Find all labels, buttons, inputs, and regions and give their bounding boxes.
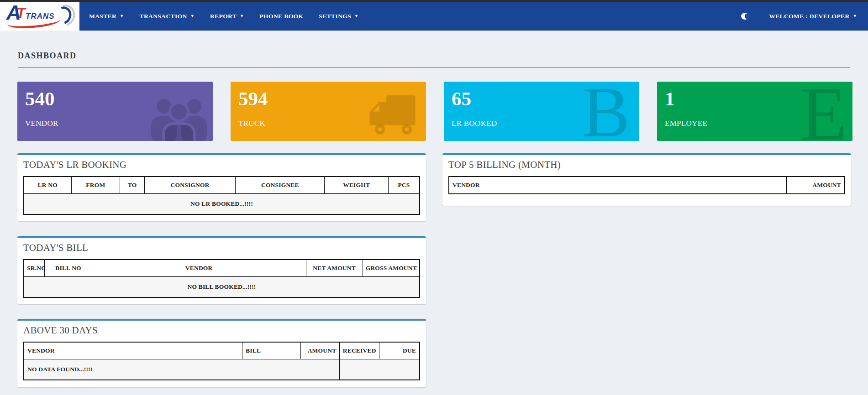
empty-cell bbox=[340, 359, 420, 380]
chevron-down-icon: ▼ bbox=[120, 14, 124, 18]
panel-above-30-days: ABOVE 30 DAYS VENDOR BILL AMOUNT RECEIVE… bbox=[17, 319, 426, 387]
empty-message: NO BILL BOOKED...!!!! bbox=[24, 277, 420, 298]
column-header: RECEIVED bbox=[340, 342, 379, 359]
menu-item-label: PHONE BOOK bbox=[259, 13, 303, 20]
stat-label: VENDOR bbox=[25, 119, 58, 128]
stat-value: 540 bbox=[25, 89, 55, 109]
above-30-days-table: VENDOR BILL AMOUNT RECEIVED DUE NO DATA … bbox=[23, 342, 420, 380]
column-header: BILL bbox=[242, 342, 301, 359]
welcome-label: WELCOME : DEVELOPER bbox=[769, 13, 849, 20]
menu-item-settings[interactable]: SETTINGS ▼ bbox=[311, 2, 366, 31]
stat-label: EMPLOYEE bbox=[665, 119, 707, 128]
column-header: PCS bbox=[388, 177, 420, 194]
chevron-down-icon: ▼ bbox=[354, 14, 358, 18]
panel-todays-bill: TODAY'S BILL SR.NO BILL NO VENDOR NET AM… bbox=[17, 236, 426, 304]
stat-card-vendor[interactable]: 540 VENDOR bbox=[17, 82, 213, 141]
stat-label: TRUCK bbox=[238, 119, 265, 128]
panel-todays-lr-booking: TODAY'S LR BOOKING LR NO FROM TO CONSIGN… bbox=[17, 153, 426, 221]
column-header: WEIGHT bbox=[325, 177, 389, 194]
column-header: VENDOR bbox=[24, 342, 242, 359]
navbar: A T TRANS MASTER ▼ TRANSACTION ▼ REPORT … bbox=[0, 2, 868, 31]
title-divider bbox=[18, 68, 850, 68]
letter-b-icon: B bbox=[582, 83, 630, 141]
column-header: CONSIGNOR bbox=[144, 177, 235, 194]
chevron-down-icon: ▼ bbox=[853, 14, 857, 18]
navbar-right: WELCOME : DEVELOPER ▼ bbox=[741, 2, 868, 31]
stat-value: 594 bbox=[238, 89, 268, 109]
todays-bill-table: SR.NO BILL NO VENDOR NET AMOUNT GROSS AM… bbox=[23, 259, 420, 298]
user-menu[interactable]: WELCOME : DEVELOPER ▼ bbox=[769, 13, 857, 20]
menu-item-transaction[interactable]: TRANSACTION ▼ bbox=[132, 2, 202, 31]
menu-item-label: REPORT bbox=[210, 13, 237, 20]
column-header: VENDOR bbox=[92, 260, 306, 277]
panel-title: TODAY'S LR BOOKING bbox=[23, 159, 426, 171]
chevron-down-icon: ▼ bbox=[190, 14, 195, 18]
column-header: SR.NO bbox=[24, 260, 45, 277]
brand-logo[interactable]: A T TRANS bbox=[0, 2, 79, 31]
column-header: GROSS AMOUNT bbox=[363, 260, 420, 277]
menu-item-label: TRANSACTION bbox=[139, 13, 187, 20]
empty-message: NO DATA FOUND...!!!! bbox=[24, 359, 340, 380]
table-header-row: VENDOR AMOUNT bbox=[449, 177, 845, 194]
table-header-row: LR NO FROM TO CONSIGNOR CONSIGNEE WEIGHT… bbox=[24, 177, 420, 194]
menu-item-label: MASTER bbox=[89, 13, 116, 20]
letter-e-icon: E bbox=[800, 83, 847, 141]
table-row: NO DATA FOUND...!!!! bbox=[24, 359, 420, 380]
stat-value: 1 bbox=[665, 89, 675, 109]
column-header: FROM bbox=[71, 177, 120, 194]
column-header: DUE bbox=[379, 342, 420, 359]
truck-icon bbox=[366, 94, 420, 138]
menu-item-report[interactable]: REPORT ▼ bbox=[202, 2, 252, 31]
panel-title: TOP 5 BILLING (MONTH) bbox=[448, 159, 851, 171]
stat-card-truck[interactable]: 594 TRUCK bbox=[231, 82, 426, 141]
table-header-row: VENDOR BILL AMOUNT RECEIVED DUE bbox=[24, 342, 420, 359]
menu-item-master[interactable]: MASTER ▼ bbox=[81, 2, 132, 31]
column-header: LR NO bbox=[24, 177, 71, 194]
theme-toggle-moon-icon[interactable] bbox=[741, 13, 749, 20]
column-header: BILL NO bbox=[45, 260, 92, 277]
users-icon bbox=[149, 94, 209, 141]
column-header: NET AMOUNT bbox=[306, 260, 363, 277]
page-title: DASHBOARD bbox=[18, 51, 77, 61]
panel-top-5-billing: TOP 5 BILLING (MONTH) VENDOR AMOUNT bbox=[442, 153, 851, 206]
column-header: AMOUNT bbox=[787, 177, 845, 194]
table-header-row: SR.NO BILL NO VENDOR NET AMOUNT GROSS AM… bbox=[24, 260, 420, 277]
table-row: NO LR BOOKED...!!!! bbox=[24, 194, 420, 215]
main-menu: MASTER ▼ TRANSACTION ▼ REPORT ▼ PHONE BO… bbox=[79, 2, 366, 31]
column-header: AMOUNT bbox=[301, 342, 340, 359]
stat-card-lr-booked[interactable]: 65 LR BOOKED B bbox=[444, 82, 639, 141]
column-header: TO bbox=[120, 177, 145, 194]
stat-value: 65 bbox=[452, 89, 471, 109]
menu-item-phone-book[interactable]: PHONE BOOK bbox=[252, 2, 311, 31]
panel-title: ABOVE 30 DAYS bbox=[23, 325, 426, 336]
stat-label: LR BOOKED bbox=[452, 119, 497, 128]
column-header: CONSIGNEE bbox=[236, 177, 325, 194]
table-row: NO BILL BOOKED...!!!! bbox=[24, 277, 420, 298]
top-billing-table: VENDOR AMOUNT bbox=[448, 176, 845, 194]
stat-card-employee[interactable]: 1 EMPLOYEE E bbox=[657, 82, 852, 141]
empty-message: NO LR BOOKED...!!!! bbox=[24, 194, 420, 215]
panel-title: TODAY'S BILL bbox=[23, 242, 426, 254]
chevron-down-icon: ▼ bbox=[240, 14, 244, 18]
menu-item-label: SETTINGS bbox=[319, 13, 351, 20]
column-header: VENDOR bbox=[449, 177, 787, 194]
lr-booking-table: LR NO FROM TO CONSIGNOR CONSIGNEE WEIGHT… bbox=[23, 176, 420, 215]
